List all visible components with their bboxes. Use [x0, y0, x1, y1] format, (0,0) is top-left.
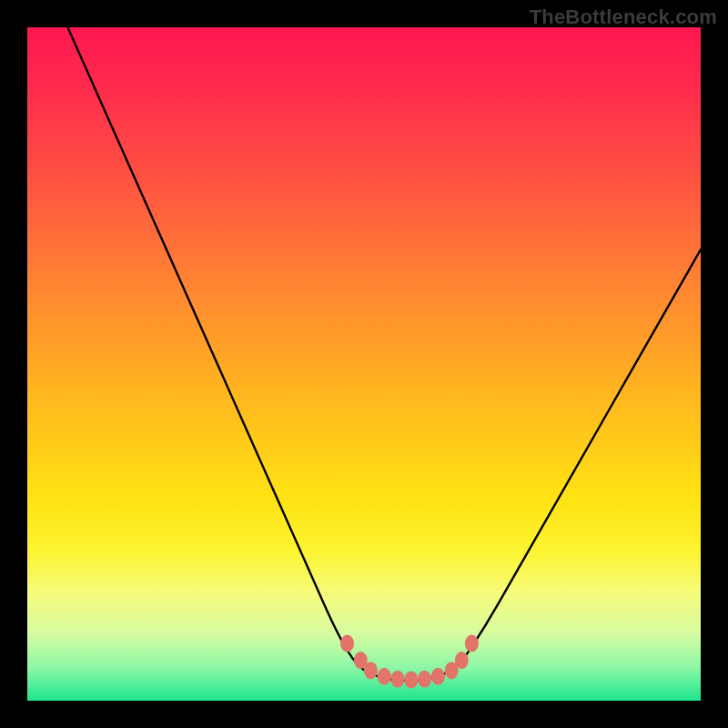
trough-marker — [391, 671, 405, 688]
watermark-text: TheBottleneck.com — [530, 5, 717, 29]
trough-marker — [378, 668, 391, 685]
trough-marker — [418, 671, 431, 688]
trough-marker — [340, 635, 354, 652]
trough-marker — [465, 635, 479, 652]
plot-area — [27, 27, 701, 701]
trough-marker — [431, 668, 445, 685]
chart-frame: TheBottleneck.com — [0, 0, 728, 728]
trough-marker — [404, 672, 418, 689]
curve-path — [67, 27, 701, 681]
trough-marker — [455, 652, 469, 669]
bottleneck-curve — [27, 27, 701, 701]
trough-marker-group — [340, 635, 479, 689]
trough-marker — [364, 662, 378, 679]
